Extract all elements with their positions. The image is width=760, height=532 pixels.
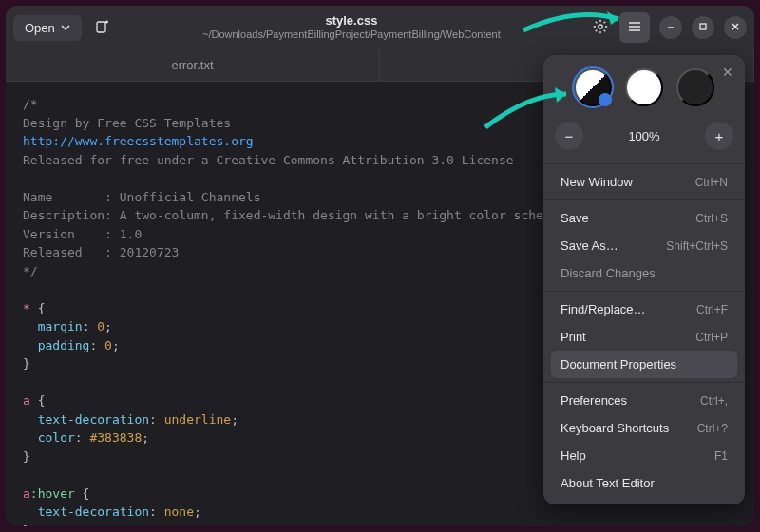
menu-separator xyxy=(543,382,745,383)
svg-line-8 xyxy=(596,29,598,31)
menu-item-about[interactable]: About Text Editor xyxy=(551,469,737,497)
zoom-level: 100% xyxy=(628,129,659,143)
svg-line-6 xyxy=(596,21,598,23)
window-controls xyxy=(659,16,747,39)
file-title: style.css xyxy=(118,13,585,28)
menu-item-shortcut: Ctrl+N xyxy=(695,176,728,189)
menu-item-label: New Window xyxy=(560,175,633,189)
menu-item-label: Keyboard Shortcuts xyxy=(560,421,669,435)
menu-item-label: About Text Editor xyxy=(560,476,655,490)
open-button-label: Open xyxy=(25,21,55,35)
menu-item-shortcut: Ctrl+P xyxy=(695,331,728,344)
menu-item-save-as[interactable]: Save As… Shift+Ctrl+S xyxy=(551,232,737,259)
title-block: style.css ~/Downloads/PaymentBillingProj… xyxy=(118,13,585,42)
svg-rect-14 xyxy=(700,24,706,29)
menu-item-shortcut: F1 xyxy=(714,449,728,463)
titlebar: Open style.css ~/Downloads/PaymentBillin… xyxy=(6,6,754,49)
minimize-icon xyxy=(666,22,675,33)
tab-error-txt[interactable]: error.txt xyxy=(6,49,380,81)
menu-item-shortcut: Ctrl+, xyxy=(700,394,728,408)
menu-item-label: Document Properties xyxy=(560,357,676,371)
menu-item-label: Preferences xyxy=(560,393,627,408)
theme-light-button[interactable] xyxy=(625,68,663,106)
chevron-down-icon xyxy=(61,21,70,35)
menu-item-shortcut: Ctrl+? xyxy=(697,422,728,435)
tab-label: error.txt xyxy=(171,58,213,72)
menu-item-shortcut: Shift+Ctrl+S xyxy=(666,239,728,253)
menu-item-label: Print xyxy=(560,330,586,344)
menu-item-print[interactable]: Print Ctrl+P xyxy=(551,323,737,351)
theme-row xyxy=(551,63,737,118)
new-tab-icon xyxy=(95,19,110,37)
maximize-icon xyxy=(698,22,708,33)
menu-item-label: Save As… xyxy=(560,238,618,253)
window: Open style.css ~/Downloads/PaymentBillin… xyxy=(6,6,754,526)
open-button[interactable]: Open xyxy=(13,15,82,41)
gear-icon xyxy=(593,19,608,37)
menu-item-new-window[interactable]: New Window Ctrl+N xyxy=(551,168,737,196)
menu-item-shortcut: Ctrl+F xyxy=(696,303,728,316)
menu-separator xyxy=(543,291,745,292)
svg-line-9 xyxy=(604,21,606,23)
menu-item-document-properties[interactable]: Document Properties xyxy=(551,351,737,378)
gear-button[interactable] xyxy=(585,12,616,43)
menu-item-keyboard-shortcuts[interactable]: Keyboard Shortcuts Ctrl+? xyxy=(551,414,737,442)
menu-item-discard-changes[interactable]: Discard Changes xyxy=(551,259,737,287)
zoom-in-button[interactable]: + xyxy=(705,122,733,150)
hamburger-menu-popup: ✕ − 100% + New Window Ctrl+N Save Ctrl+S… xyxy=(543,55,745,504)
close-icon: ✕ xyxy=(722,65,733,80)
plus-icon: + xyxy=(715,128,724,144)
menu-item-find-replace[interactable]: Find/Replace… Ctrl+F xyxy=(551,295,737,323)
menu-separator xyxy=(543,200,745,200)
close-icon xyxy=(731,22,740,33)
new-tab-button[interactable] xyxy=(87,12,118,43)
menu-item-help[interactable]: Help F1 xyxy=(551,442,737,469)
svg-rect-0 xyxy=(97,22,105,32)
svg-point-1 xyxy=(598,24,602,28)
zoom-out-button[interactable]: − xyxy=(555,122,583,150)
file-path: ~/Downloads/PaymentBillingProject/Paymen… xyxy=(118,28,585,42)
menu-item-shortcut: Ctrl+S xyxy=(695,212,728,225)
minus-icon: − xyxy=(565,128,574,144)
svg-line-7 xyxy=(604,29,606,31)
menu-item-save[interactable]: Save Ctrl+S xyxy=(551,204,737,232)
menu-item-label: Save xyxy=(560,211,589,225)
menu-item-label: Discard Changes xyxy=(560,266,656,280)
theme-dark-button[interactable] xyxy=(676,68,714,106)
hamburger-icon xyxy=(628,20,641,36)
minimize-button[interactable] xyxy=(659,16,682,39)
maximize-button[interactable] xyxy=(692,16,714,39)
menu-item-label: Find/Replace… xyxy=(560,302,646,316)
popup-close-button[interactable]: ✕ xyxy=(718,63,737,82)
menu-separator xyxy=(543,163,745,164)
hamburger-menu-button[interactable] xyxy=(619,12,650,43)
close-button[interactable] xyxy=(724,16,747,39)
menu-item-label: Help xyxy=(560,448,586,463)
theme-system-button[interactable] xyxy=(574,68,612,106)
zoom-row: − 100% + xyxy=(551,118,737,160)
menu-item-preferences[interactable]: Preferences Ctrl+, xyxy=(551,387,737,414)
